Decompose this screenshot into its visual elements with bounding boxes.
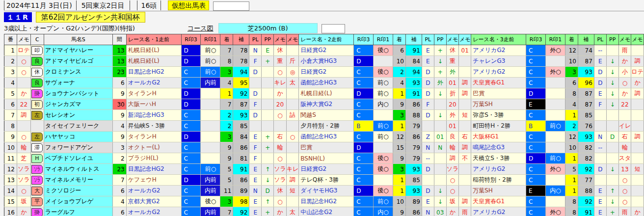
horse-name[interactable]: クロミナンス bbox=[44, 67, 112, 78]
memo2-2 bbox=[459, 99, 471, 110]
sub-header-2-6: メモ bbox=[446, 34, 459, 45]
race-name-1[interactable]: オクトー(L) bbox=[126, 142, 181, 153]
race-name-1[interactable]: ケフェウH bbox=[126, 175, 181, 186]
r-mark3-3: E bbox=[526, 99, 546, 110]
horse-row-3: 3○休クロミナンス23目黒記念HG2C前○394D○◎日経賞G2C後○294D+… bbox=[4, 67, 644, 78]
race-name-1[interactable]: 札幌日経(L) bbox=[126, 56, 181, 67]
horse-name[interactable]: ハヤヤッコ bbox=[44, 132, 112, 142]
horse-name[interactable]: ジャンカズマ bbox=[44, 99, 112, 110]
horse-name[interactable]: タイセイフェリーク bbox=[44, 121, 112, 132]
race-name-2[interactable]: 関越S bbox=[299, 110, 354, 121]
race-name-2[interactable]: 夕月特別・2勝 bbox=[299, 121, 354, 132]
r-mark1-3: 外○ bbox=[546, 45, 565, 56]
condition-tag: 左 bbox=[31, 133, 43, 141]
race-name-3[interactable]: 稲荷特別・2勝 bbox=[471, 175, 526, 186]
race-name-1[interactable]: ブラジH(L) bbox=[126, 153, 181, 164]
horse-name[interactable]: マイネルメモリー bbox=[44, 175, 112, 186]
race-name-1[interactable]: タイランH bbox=[126, 88, 181, 99]
race-name-2[interactable]: 目黒記念HG2 bbox=[299, 196, 354, 207]
race-name-3[interactable]: 天橋立S・3勝 bbox=[471, 153, 526, 164]
horse-name[interactable]: ミクソロジー bbox=[44, 186, 112, 196]
race-name-2[interactable]: 札幌日経(L) bbox=[299, 88, 354, 99]
finish-position-1: 5 bbox=[220, 175, 233, 186]
finish-position-3: 12 bbox=[565, 45, 578, 56]
r-mark3-2: C bbox=[354, 153, 374, 164]
r-mark3-2: C bbox=[354, 175, 374, 186]
race-name-2[interactable]: 中山記念G2 bbox=[299, 207, 354, 216]
virtual-card-badge[interactable]: 仮想出馬表 bbox=[168, 0, 209, 10]
pl-mark-3: D bbox=[594, 78, 606, 88]
horse-name[interactable]: アドマイヤビルゴ bbox=[44, 56, 112, 67]
race-name-2[interactable]: 函館記念HG3 bbox=[299, 78, 354, 88]
race-name-3[interactable]: チャレンG3 bbox=[471, 56, 526, 67]
pl-mark-1: D bbox=[249, 67, 262, 78]
hosei-value-3: 76 bbox=[578, 121, 594, 132]
pp-mark-3: ↓ bbox=[606, 88, 618, 99]
race-name-3[interactable]: 町田特H・2勝 bbox=[471, 121, 526, 132]
horse-name[interactable]: マイネルウィルトス bbox=[44, 164, 112, 175]
horse-name[interactable]: アドマイヤハレー bbox=[44, 45, 112, 56]
pl-mark-3: E bbox=[594, 196, 606, 207]
pl-mark-2: N bbox=[422, 207, 434, 216]
race-name-3[interactable]: 巴賞 bbox=[471, 88, 526, 99]
race-name-1[interactable]: タイランH bbox=[126, 132, 181, 142]
race-name-3[interactable]: アメリカG2 bbox=[471, 207, 526, 216]
condition-tag: 掛 bbox=[31, 89, 43, 98]
horse-name[interactable]: メイショウブレゲ bbox=[44, 196, 112, 207]
sub-header-2-2: 着 bbox=[393, 34, 405, 45]
horse-name[interactable]: ショウナンバシット bbox=[44, 88, 112, 99]
race-name-3[interactable]: 鳴尾記念G3 bbox=[471, 142, 526, 153]
finish-position-1: 11 bbox=[220, 186, 233, 196]
r-mark1-3 bbox=[546, 78, 565, 88]
race-name-2[interactable]: 小倉大賞HG3 bbox=[299, 56, 354, 67]
race-name-2[interactable]: ダイヤモHG3 bbox=[299, 186, 354, 196]
horse-name[interactable]: サヴォーナ bbox=[44, 78, 112, 88]
horse-memo: 芝 bbox=[17, 153, 30, 164]
race-name-1[interactable]: 札幌日経(L) bbox=[126, 45, 181, 56]
race-name-1[interactable]: 大阪ーハH bbox=[126, 99, 181, 110]
race-name-3[interactable]: アメリカG2 bbox=[471, 67, 526, 78]
memo1-2: 良 bbox=[446, 132, 459, 142]
horse-name[interactable]: ペプチドソレイユ bbox=[44, 153, 112, 164]
race-name-2[interactable]: 函館記念HG3 bbox=[299, 132, 354, 142]
race-name-1[interactable]: 新潟記念HG3 bbox=[126, 110, 181, 121]
race-name-1[interactable]: 昇仙峡S・3勝 bbox=[126, 121, 181, 132]
horse-name[interactable]: フォワードアゲン bbox=[44, 142, 112, 153]
race-name-1[interactable]: 京都大賞G2 bbox=[126, 196, 181, 207]
race-name-2[interactable]: 日経賞G2 bbox=[299, 45, 354, 56]
race-name-3[interactable]: 万葉SH bbox=[471, 99, 526, 110]
race-name-2[interactable]: BSNH(L) bbox=[299, 153, 354, 164]
race-name-1[interactable]: オールカG2 bbox=[126, 207, 181, 216]
pp-mark-1: + bbox=[262, 56, 274, 67]
race-name-2[interactable]: 日経賞G2 bbox=[299, 164, 354, 175]
race-name-3[interactable]: 弥彦S・3勝 bbox=[471, 110, 526, 121]
memo2-3 bbox=[631, 99, 644, 110]
course-map-link[interactable]: コース図 bbox=[188, 25, 214, 32]
race-name-1[interactable]: 目黒記念HG2 bbox=[126, 67, 181, 78]
horse-name[interactable]: セレシオン bbox=[44, 110, 112, 121]
race-name-2[interactable]: 巴賞 bbox=[299, 142, 354, 153]
race-name-1[interactable]: 目黒記念HG2 bbox=[126, 164, 181, 175]
race-name-3[interactable]: 天皇賞春G1 bbox=[471, 196, 526, 207]
waku-number: 12 bbox=[4, 164, 17, 175]
hosei-value-3: 88 bbox=[578, 186, 594, 196]
race-name-1[interactable]: オールカG2 bbox=[126, 186, 181, 196]
weeks-gap: 6 bbox=[112, 78, 126, 88]
horse-name[interactable]: ラーグルフ bbox=[44, 207, 112, 216]
race-name-3[interactable]: 大阪杯G1 bbox=[471, 132, 526, 142]
waku-number: 11 bbox=[4, 153, 17, 164]
hosei-value-3: 87 bbox=[578, 88, 594, 99]
course-note-box[interactable] bbox=[322, 24, 345, 33]
race-name-3[interactable]: アメリカG2 bbox=[471, 164, 526, 175]
finish-position-2: 10 bbox=[393, 196, 405, 207]
memo2-2 bbox=[459, 175, 471, 186]
race-name-3[interactable]: 天皇賞春G1 bbox=[471, 78, 526, 88]
race-name-1[interactable]: オールカG2 bbox=[126, 78, 181, 88]
race-name-3[interactable]: 万葉SH bbox=[471, 186, 526, 196]
race-name-2[interactable]: 日経賞G2 bbox=[299, 67, 354, 78]
race-name-3[interactable]: アメリカG2 bbox=[471, 45, 526, 56]
condition-tag: 良 bbox=[31, 57, 43, 66]
header-input-box[interactable] bbox=[213, 1, 249, 11]
race-name-2[interactable]: テレQ杯・3勝 bbox=[299, 175, 354, 186]
race-name-2[interactable]: 阪神大賞G2 bbox=[299, 99, 354, 110]
